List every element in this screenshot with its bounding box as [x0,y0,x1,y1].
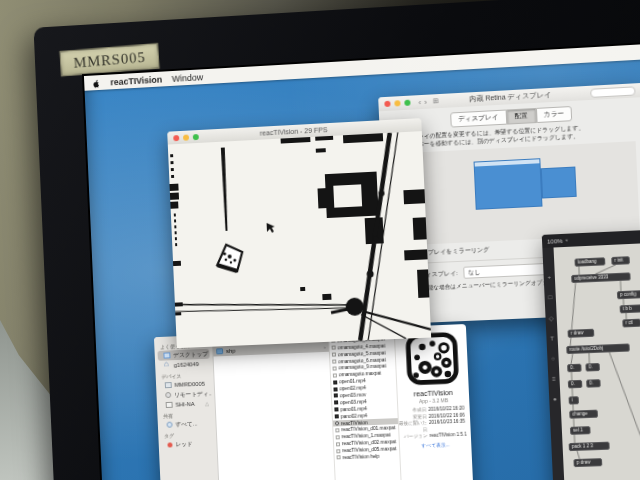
info-value: reacTIVision 1.5.1 [429,432,466,440]
patcher-object[interactable]: 0. [568,380,583,389]
patcher-object[interactable]: t b b [620,304,640,313]
patcher-canvas[interactable]: loadbangr initudpreceive 3333p configt b… [554,243,640,480]
sidebar-item-label: レッド [175,439,193,449]
patcher-object[interactable]: r draw [567,329,594,338]
video-icon [333,387,337,391]
video-icon [335,414,339,418]
computer-icon [165,382,172,388]
patch-icon [335,428,339,432]
file-row[interactable]: reacTIVision help [335,452,400,461]
monitor-bezel: MMRS005 reacTIVision Window ‹› ⊞ 内蔵 Reti… [33,0,640,480]
menu-bar: reacTIVision Window [84,43,640,91]
info-value: 2016/10/23 16:35 [429,419,466,433]
sidebar-item-label: SHI-NA [175,401,194,408]
menu-item-window[interactable]: Window [172,72,204,84]
eject-icon[interactable]: △ [205,400,209,406]
patcher-object[interactable]: loadbang [574,257,605,266]
disc-icon [165,392,171,398]
show-more-link[interactable]: すべて表示... [421,441,450,448]
patch-icon [332,346,336,350]
forward-icon[interactable]: › [424,97,427,106]
patcher-object[interactable]: sel 1 [570,426,591,435]
video-icon [333,380,337,384]
file-name: pano01.mp4 [340,406,367,412]
layers-icon[interactable]: ≡ [552,376,556,382]
patcher-object[interactable]: p config [617,290,640,299]
patcher-object[interactable]: r ctl [622,319,640,328]
chevron-down-icon[interactable]: ▼ [565,238,569,243]
patcher-object[interactable]: 0. [586,379,601,388]
sidebar-item-label: リモートディ... [174,389,212,399]
search-field[interactable] [590,86,635,98]
video-icon [334,408,338,412]
tab-配置[interactable]: 配置 [506,108,536,125]
pencil-icon[interactable]: ◇ [549,314,554,321]
patch-icon [333,373,337,377]
text-icon[interactable]: T [550,335,554,341]
sidebar-item-label: MMRD0005 [174,381,205,388]
home-icon [164,362,171,368]
clock-icon[interactable]: ○ [551,356,555,362]
camera-threshold-view [168,131,431,348]
patch-icon [333,366,337,370]
airplay-value: なし [468,268,481,278]
finder-preview-pane: reacTIVision App - 3.2 MB 作成日2016/10/22 … [395,324,474,480]
file-name: reacTIVision help [342,454,379,460]
patch-icon [332,353,336,357]
secondary-display-rect[interactable] [541,167,577,199]
info-label: バージョン [399,433,429,441]
zoom-level[interactable]: 100% [547,237,563,244]
sidebar-item-label: すべて... [175,419,198,429]
sticker-label: MMRS005 [73,48,146,71]
patcher-object[interactable]: p draw [573,458,602,467]
grid-icon[interactable]: □ [548,294,552,300]
back-icon[interactable]: ‹ [418,98,421,107]
desktop-icon [163,352,170,358]
finder-sidebar: よく使う項目デスクトップg1624049デバイスMMRD0005リモートディ..… [154,335,221,480]
patch-icon [336,442,340,446]
tab-カラー[interactable]: カラー [535,106,572,123]
reactivision-camera-window: reacTIVision - 29 FPS [167,118,431,348]
sidebar-item[interactable]: レッド [161,438,213,450]
main-display-rect[interactable] [474,158,543,210]
file-name: reacTIVision [341,420,368,426]
display-arrangement-area [391,141,640,246]
screen: reacTIVision Window ‹› ⊞ 内蔵 Retina ディスプレ… [84,43,640,480]
file-name: open02.mp4 [339,385,366,391]
show-all-icon[interactable]: ⊞ [433,97,439,105]
patcher-object[interactable]: i [568,396,579,404]
patcher-object[interactable]: change [569,410,598,419]
video-icon [334,401,338,405]
patcher-object[interactable]: 0. [567,364,582,373]
patch-icon [336,435,340,439]
add-object-icon[interactable]: + [547,274,551,280]
tag-red-icon [167,442,172,447]
patch-icon [337,456,341,460]
tab-ディスプレイ[interactable]: ディスプレイ [450,110,507,128]
file-name: open03.mp4 [340,399,367,405]
sidebar-item-label: g1624049 [174,361,199,368]
file-name: pano02.mp4 [341,413,368,419]
patcher-object[interactable]: r init [611,256,630,265]
finder-column-1: mewtest_outline.pdfshp› [213,330,337,480]
preview-kind: App - 3.2 MB [419,397,449,404]
patcher-object[interactable]: 0. [585,363,600,372]
disk-icon [166,402,173,408]
preview-info-row: バージョンreacTIVision 1.5.1 [399,431,471,440]
app-menu[interactable]: reacTIVision [110,74,162,87]
patcher-window: 100% ▼ +□◇T○≡● [542,230,640,480]
patch-icon [336,449,340,453]
network-icon [167,422,173,428]
preview-info-rows: 作成日2016/10/22 16:20変更日2016/10/22 16:06最後… [398,405,471,440]
video-icon [334,394,338,398]
menubar-strip[interactable] [475,159,540,166]
file-name: open03.mov [340,392,366,398]
finder-column-2: omamagoto_2.maxpatomamagoto_3.maxpatomam… [329,327,403,480]
patch-icon [332,359,336,363]
lock-icon[interactable]: ● [553,396,557,402]
apple-menu-icon[interactable] [92,78,101,88]
patcher-object[interactable]: pack 1 2 3 [569,442,610,452]
info-label: 最後に開いた日 [399,420,430,434]
file-name: open01.mp4 [339,378,366,384]
app-icon [335,421,339,425]
